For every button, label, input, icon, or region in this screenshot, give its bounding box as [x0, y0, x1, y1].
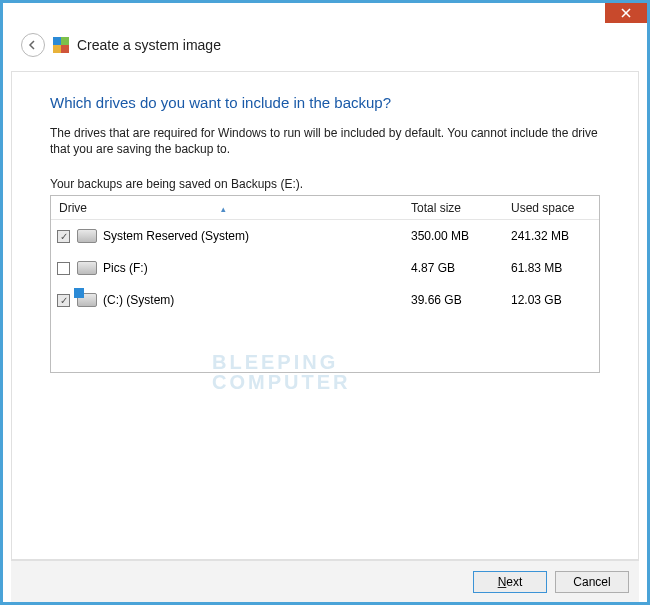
- next-button-label: ext: [506, 575, 522, 589]
- drive-icon: [77, 229, 103, 243]
- header-row: Create a system image: [3, 29, 647, 71]
- content-wrap: Which drives do you want to include in t…: [3, 71, 647, 602]
- drive-icon: [77, 293, 103, 307]
- checkbox-checked-disabled: ✓: [57, 230, 70, 243]
- arrow-left-icon: [27, 39, 39, 51]
- row-checkbox[interactable]: [57, 262, 77, 275]
- drive-name: Pics (F:): [103, 261, 411, 275]
- drive-name: System Reserved (System): [103, 229, 411, 243]
- table-row[interactable]: ✓ System Reserved (System) 350.00 MB 241…: [51, 220, 599, 252]
- wizard-window: Create a system image Which drives do yo…: [0, 0, 650, 605]
- drive-used: 61.83 MB: [511, 261, 599, 275]
- drive-total: 4.87 GB: [411, 261, 511, 275]
- description-text: The drives that are required for Windows…: [50, 125, 600, 157]
- column-header-total[interactable]: Total size: [411, 201, 511, 215]
- table-header: Drive ▴ Total size Used space: [51, 196, 599, 220]
- question-heading: Which drives do you want to include in t…: [50, 94, 600, 111]
- drive-name: (C:) (System): [103, 293, 411, 307]
- system-image-icon: [53, 37, 69, 53]
- drive-used: 12.03 GB: [511, 293, 599, 307]
- windows-flag-icon: [74, 288, 84, 298]
- drive-table: Drive ▴ Total size Used space ✓ System R…: [50, 195, 600, 373]
- row-checkbox: ✓: [57, 230, 77, 243]
- footer-bar: Next Cancel: [11, 560, 639, 602]
- drive-total: 39.66 GB: [411, 293, 511, 307]
- drive-total: 350.00 MB: [411, 229, 511, 243]
- table-row[interactable]: ✓ (C:) (System) 39.66 GB 12.03 GB: [51, 284, 599, 316]
- column-header-drive-label: Drive: [59, 201, 87, 215]
- watermark-line: COMPUTER: [212, 372, 350, 392]
- checkbox-checked-disabled: ✓: [57, 294, 70, 307]
- sort-indicator-icon: ▴: [221, 204, 226, 214]
- titlebar: [3, 3, 647, 29]
- content-panel: Which drives do you want to include in t…: [11, 71, 639, 560]
- checkbox-unchecked[interactable]: [57, 262, 70, 275]
- table-row[interactable]: Pics (F:) 4.87 GB 61.83 MB: [51, 252, 599, 284]
- drive-icon: [77, 261, 103, 275]
- cancel-button[interactable]: Cancel: [555, 571, 629, 593]
- drive-used: 241.32 MB: [511, 229, 599, 243]
- column-header-used[interactable]: Used space: [511, 201, 599, 215]
- back-button[interactable]: [21, 33, 45, 57]
- next-button[interactable]: Next: [473, 571, 547, 593]
- close-icon: [621, 8, 631, 18]
- column-header-drive[interactable]: Drive ▴: [51, 201, 411, 215]
- close-button[interactable]: [605, 3, 647, 23]
- save-location-text: Your backups are being saved on Backups …: [50, 177, 600, 191]
- page-title: Create a system image: [77, 37, 221, 53]
